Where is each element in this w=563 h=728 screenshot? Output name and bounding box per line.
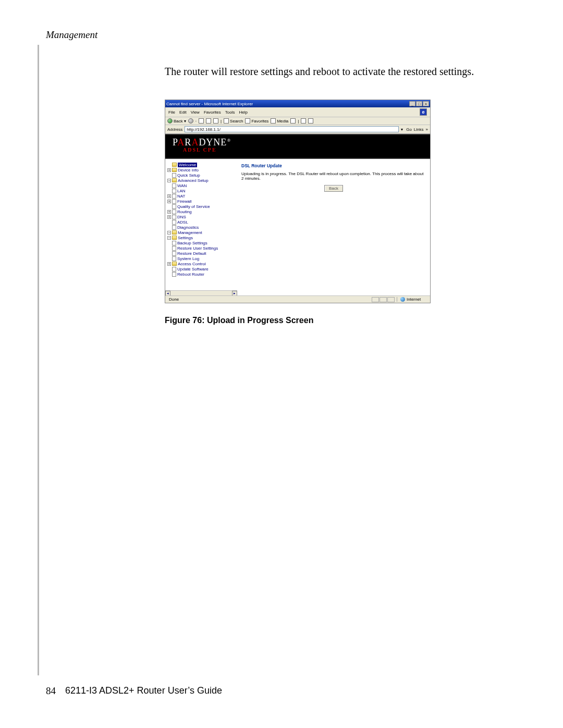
address-label: Address [167, 127, 182, 132]
status-box [372, 297, 379, 302]
tree-restore-user-settings[interactable]: Restore User Settings [166, 245, 237, 251]
menu-view[interactable]: View [191, 110, 200, 115]
search-button[interactable]: Search [224, 118, 243, 124]
maximize-button[interactable]: □ [416, 101, 422, 106]
ie-address-bar: Address http://192.168.1.1/ ▾ Go Links » [165, 125, 430, 134]
media-button[interactable]: Media [271, 118, 288, 124]
ie-logo-icon: e [420, 108, 427, 116]
tree-settings[interactable]: −Settings [166, 235, 237, 240]
forward-button[interactable] [188, 118, 193, 124]
ie-toolbar: Back▾ · | Search Favorites Media | [165, 117, 430, 125]
tree-welcome[interactable]: Welcome [166, 162, 237, 167]
go-button[interactable]: Go [405, 127, 412, 132]
tree-management[interactable]: −Management [166, 230, 237, 235]
content-text: Uploading is in progress. The DSL Router… [241, 171, 426, 181]
screenshot-figure: Cannot find server - Microsoft Internet … [165, 100, 431, 303]
tree-update-software[interactable]: Update Software [166, 266, 237, 272]
tree-restore-default[interactable]: Restore Default [166, 251, 237, 256]
back-button[interactable]: Back▾ [167, 118, 186, 124]
brand-banner: PARADYNE® ADSL CPE [165, 134, 430, 159]
status-box [380, 297, 387, 302]
tree-qos[interactable]: Quality of Service [166, 204, 237, 209]
tree-nat[interactable]: +NAT [166, 193, 237, 199]
scroll-left-icon[interactable]: ◂ [165, 291, 170, 295]
mail-button[interactable] [301, 118, 306, 124]
menu-favorites[interactable]: Favorites [204, 110, 221, 115]
links-label[interactable]: Links [414, 127, 424, 132]
tree-scrollbar[interactable]: ◂ ▸ [165, 290, 237, 295]
minimize-button[interactable]: _ [409, 101, 415, 106]
tree-system-log[interactable]: System Log [166, 256, 237, 261]
tree-dns[interactable]: +DNS [166, 214, 237, 219]
menu-edit[interactable]: Edit [179, 110, 187, 115]
scroll-right-icon[interactable]: ▸ [232, 291, 237, 295]
page-number: 84 [46, 685, 56, 697]
tree-advanced-setup[interactable]: −Advanced Setup [166, 178, 237, 183]
tree-lan[interactable]: LAN [166, 188, 237, 193]
brand-logo: PARADYNE® [173, 137, 430, 148]
ie-title-bar: Cannot find server - Microsoft Internet … [165, 100, 430, 107]
refresh-button[interactable] [206, 118, 211, 124]
ie-status-bar: Done Internet [165, 295, 430, 303]
section-header: Management [46, 29, 563, 41]
history-button[interactable] [290, 118, 296, 124]
print-button[interactable] [308, 118, 313, 124]
tree-wan[interactable]: WAN [166, 183, 237, 188]
home-button[interactable] [213, 118, 218, 124]
tree-device-info[interactable]: +Device Info [166, 167, 237, 172]
tree-backup-settings[interactable]: Backup Settings [166, 240, 237, 245]
status-zone: Internet [397, 297, 428, 302]
address-value: http://192.168.1.1/ [187, 127, 221, 132]
status-box [387, 297, 395, 302]
ie-menu-bar: File Edit View Favorites Tools Help e [165, 107, 430, 117]
browser-content-area: PARADYNE® ADSL CPE Welcome +Device Info … [165, 134, 430, 295]
menu-file[interactable]: File [168, 110, 175, 115]
tree-diagnostics[interactable]: Diagnostics [166, 225, 237, 230]
vertical-rule [38, 45, 39, 675]
tree-firewall[interactable]: +Firewall [166, 199, 237, 204]
tree-adsl[interactable]: ADSL [166, 219, 237, 225]
globe-icon [400, 297, 405, 302]
content-pane: DSL Router Update Uploading is in progre… [237, 161, 430, 295]
tree-routing[interactable]: +Routing [166, 209, 237, 214]
nav-tree-pane: Welcome +Device Info Quick Setup −Advanc… [165, 161, 237, 295]
window-title: Cannot find server - Microsoft Internet … [166, 102, 253, 106]
tree-reboot-router[interactable]: Reboot Router [166, 272, 237, 277]
address-field[interactable]: http://192.168.1.1/ [185, 126, 399, 132]
favorites-button[interactable]: Favorites [245, 118, 268, 124]
status-done-label: Done [169, 297, 179, 302]
page-footer: 84 6211-I3 ADSL2+ Router User’s Guide [46, 685, 222, 697]
content-title: DSL Router Update [241, 163, 426, 168]
status-zone-label: Internet [407, 297, 421, 302]
content-back-button[interactable]: Back [324, 185, 343, 192]
body-intro-text: The router will restore settings and reb… [165, 66, 521, 78]
tree-access-control[interactable]: +Access Control [166, 261, 237, 266]
tree-quick-setup[interactable]: Quick Setup [166, 172, 237, 178]
figure-caption: Figure 76: Upload in Progress Screen [165, 316, 563, 325]
stop-button[interactable] [199, 118, 204, 124]
close-button[interactable]: × [423, 101, 429, 106]
doc-title: 6211-I3 ADSL2+ Router User’s Guide [65, 685, 222, 697]
menu-tools[interactable]: Tools [225, 110, 235, 115]
menu-help[interactable]: Help [239, 110, 247, 115]
